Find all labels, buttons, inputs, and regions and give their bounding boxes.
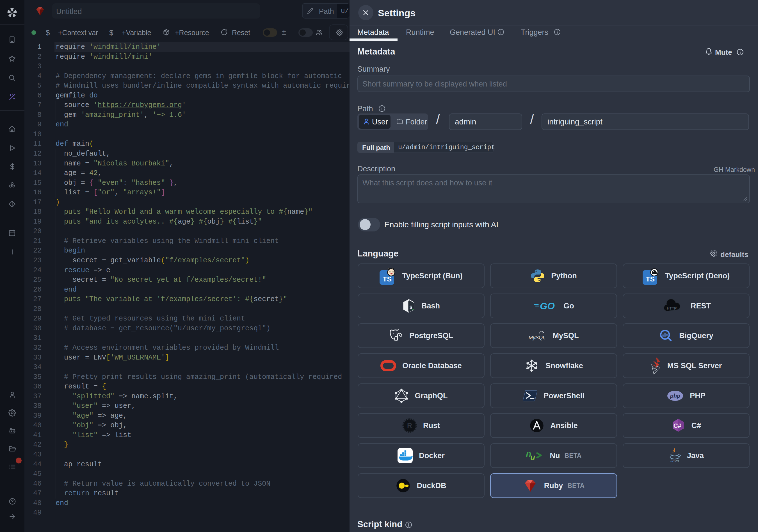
svg-text:C#: C#: [673, 422, 681, 429]
svg-text:MySQL: MySQL: [529, 335, 545, 340]
svg-text:$: $: [410, 305, 412, 310]
svg-text:Java: Java: [670, 459, 679, 463]
svg-text:HTTP: HTTP: [667, 306, 676, 310]
svg-text:TS: TS: [646, 275, 655, 283]
svg-text:php: php: [670, 393, 680, 399]
svg-text:TS: TS: [383, 275, 392, 283]
svg-text:GO: GO: [540, 301, 555, 311]
svg-text:R: R: [407, 422, 412, 430]
svg-text:u: u: [530, 453, 535, 462]
